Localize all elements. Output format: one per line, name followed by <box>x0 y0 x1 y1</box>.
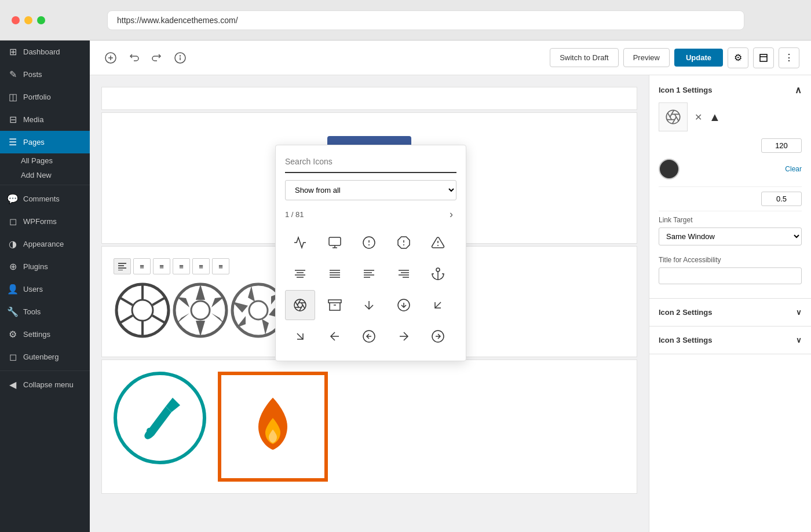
icon-cell-arrow-right[interactable] <box>389 321 419 351</box>
icon3-settings-section[interactable]: Icon 3 Settings ∨ <box>649 326 811 354</box>
border-input[interactable] <box>761 192 802 206</box>
icon-cell-archive[interactable] <box>320 290 350 320</box>
empty-block <box>101 87 637 110</box>
icon-size-input[interactable] <box>761 138 802 153</box>
icon-cell-activity[interactable] <box>285 228 315 258</box>
next-page-button[interactable]: › <box>446 207 456 222</box>
main-area: Switch to Draft Preview Update ⚙ ⋮ <box>90 41 811 532</box>
sidebar-item-pages[interactable]: ☰ Pages <box>0 131 90 153</box>
svg-rect-11 <box>118 270 123 270</box>
comments-icon: 💬 <box>7 193 19 204</box>
link-target-select[interactable]: Same Window <box>659 228 802 245</box>
sidebar-label-wpforms: WPForms <box>23 217 57 226</box>
sidebar-item-gutenberg[interactable]: ◻ Gutenberg <box>0 346 90 368</box>
icon-cell-arrow-left-circle[interactable] <box>354 321 384 351</box>
sidebar-sub-add-new[interactable]: Add New <box>0 168 90 182</box>
svg-point-21 <box>191 301 210 320</box>
align-full-button[interactable]: ≡ <box>212 258 229 274</box>
icon-cell-anchor[interactable] <box>423 259 453 289</box>
preview-button[interactable]: Preview <box>623 48 670 67</box>
sidebar-label-pages: Pages <box>23 138 45 146</box>
sidebar-item-portfolio[interactable]: ◫ Portfolio <box>0 86 90 108</box>
close-button-macos[interactable] <box>12 16 20 24</box>
sidebar-item-appearance[interactable]: ◑ Appearance <box>0 233 90 255</box>
accessibility-input[interactable] <box>659 267 802 284</box>
icon-cell-align-right[interactable] <box>389 259 419 289</box>
plugins-icon: ⊕ <box>7 261 19 272</box>
svg-point-36 <box>147 428 152 434</box>
icon-grid <box>285 228 456 351</box>
align-right-button[interactable]: ≡ <box>173 258 190 274</box>
update-button[interactable]: Update <box>674 49 723 67</box>
maximize-button-macos[interactable] <box>37 16 45 24</box>
more-options-button[interactable]: ⋮ <box>779 47 799 68</box>
svg-rect-37 <box>329 237 341 245</box>
icon3-settings-title: Icon 3 Settings <box>659 336 712 344</box>
info-button[interactable] <box>171 49 189 67</box>
sidebar-item-settings[interactable]: ⚙ Settings <box>0 323 90 346</box>
icon-search-popup: Show from all 1 / 81 › <box>275 145 466 361</box>
sidebar-item-comments[interactable]: 💬 Comments <box>0 188 90 210</box>
editor-wrapper: ≡ ≡ ≡ ≡ ≡ <box>90 75 811 532</box>
icon-cell-align-center[interactable] <box>285 259 315 289</box>
minimize-button-macos[interactable] <box>24 16 32 24</box>
icon-cell-arrow-left[interactable] <box>320 321 350 351</box>
icon-cell-arrow-down[interactable] <box>354 290 384 320</box>
icon1-collapse-chevron[interactable]: ∧ <box>795 85 802 96</box>
align-left-button[interactable] <box>114 258 131 274</box>
svg-line-90 <box>668 113 672 120</box>
clear-color-link[interactable]: Clear <box>785 165 802 173</box>
pagination-row: 1 / 81 › <box>285 207 456 222</box>
shutter-icon-2 <box>171 281 229 339</box>
icon2-settings-section[interactable]: Icon 2 Settings ∨ <box>649 299 811 326</box>
sidebar-item-media[interactable]: ⊟ Media <box>0 108 90 131</box>
icon-cell-arrow-down-circle[interactable] <box>389 290 419 320</box>
sidebar-item-users[interactable]: 👤 Users <box>0 278 90 300</box>
clear-icon-button[interactable]: ✕ <box>692 109 704 125</box>
sidebar-item-collapse[interactable]: ◀ Collapse menu <box>0 373 90 396</box>
icon-cell-alert-triangle[interactable] <box>423 228 453 258</box>
sidebar-label-appearance: Appearance <box>23 240 64 248</box>
sidebar-item-plugins[interactable]: ⊕ Plugins <box>0 255 90 278</box>
sidebar-label-settings: Settings <box>23 330 50 339</box>
layout-toolbar-button[interactable] <box>753 47 774 68</box>
icon-cell-arrow-right-circle[interactable] <box>423 321 453 351</box>
sidebar-sub-all-pages[interactable]: All Pages <box>0 153 90 168</box>
tools-icon: 🔧 <box>7 306 19 317</box>
align-center-button[interactable]: ≡ <box>153 258 170 274</box>
sidebar-item-dashboard[interactable]: ⊞ Dashboard <box>0 41 90 63</box>
sidebar-item-posts[interactable]: ✎ Posts <box>0 63 90 86</box>
icon-preview-box[interactable] <box>659 102 688 131</box>
sidebar-item-wpforms[interactable]: ◻ WPForms <box>0 210 90 233</box>
svg-line-69 <box>297 299 301 305</box>
accessibility-section: Title for Accessibility <box>659 256 802 284</box>
search-input[interactable] <box>285 155 456 168</box>
align-justify-button[interactable]: ≡ <box>192 258 210 274</box>
right-panel: Icon 1 Settings ∧ <box>649 75 811 532</box>
svg-line-78 <box>435 302 441 308</box>
add-block-button[interactable] <box>101 49 120 67</box>
expand-icon-button[interactable]: ▲ <box>709 111 721 124</box>
svg-rect-10 <box>118 267 126 269</box>
icon-cell-monitor[interactable] <box>320 228 350 258</box>
redo-button[interactable] <box>148 49 166 67</box>
url-bar[interactable]: https://www.kadencethemes.com/ <box>107 10 744 30</box>
settings-toolbar-button[interactable]: ⚙ <box>728 47 748 68</box>
undo-button[interactable] <box>125 49 143 67</box>
svg-point-64 <box>436 268 440 271</box>
media-icon: ⊟ <box>7 114 19 125</box>
icon-cell-aperture[interactable] <box>285 290 315 320</box>
svg-line-89 <box>670 110 674 117</box>
icon-cell-alert-circle[interactable] <box>354 228 384 258</box>
icon-cell-align-left[interactable] <box>354 259 384 289</box>
sidebar-item-tools[interactable]: 🔧 Tools <box>0 300 90 323</box>
app-layout: ⊞ Dashboard ✎ Posts ◫ Portfolio ⊟ Media … <box>0 41 811 532</box>
icon-cell-arrow-down-right[interactable] <box>285 321 315 351</box>
show-from-select[interactable]: Show from all <box>285 180 456 200</box>
switch-to-draft-button[interactable]: Switch to Draft <box>550 48 619 67</box>
align-left2-button[interactable]: ≡ <box>133 258 151 274</box>
color-picker-button[interactable] <box>659 159 680 179</box>
icon-cell-align-justify[interactable] <box>320 259 350 289</box>
icon-cell-alert-octagon[interactable] <box>389 228 419 258</box>
icon-cell-arrow-down-left[interactable] <box>423 290 453 320</box>
